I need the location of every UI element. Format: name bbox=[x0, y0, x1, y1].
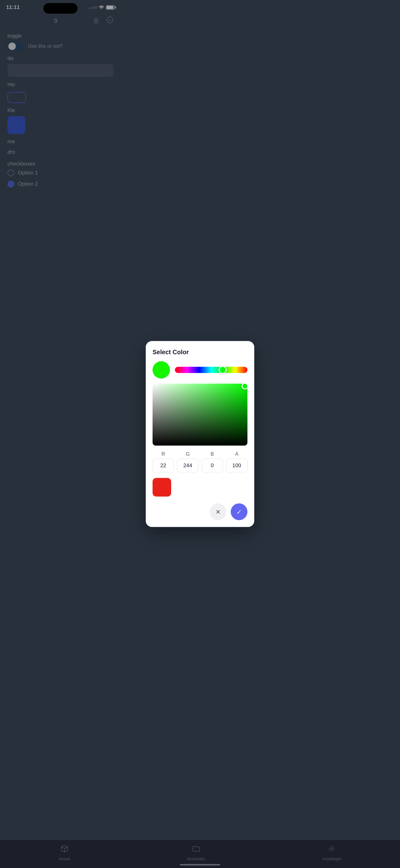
modal-overlay bbox=[0, 0, 121, 262]
